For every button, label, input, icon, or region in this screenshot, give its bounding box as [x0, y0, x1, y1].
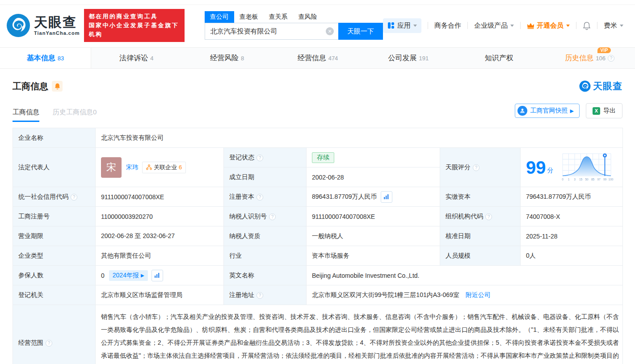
notifications-button[interactable]	[583, 21, 591, 30]
bell-icon	[583, 21, 591, 30]
subscribe-alert-button[interactable]	[52, 81, 63, 92]
table-row: 营业期限 2002-06-28 至 2032-06-27 纳税人资质 一般纳税人…	[13, 226, 623, 246]
help-icon[interactable]: ?	[257, 194, 263, 201]
annual-report-link[interactable]: 2024年报 ▶	[109, 270, 148, 281]
reg-no-value: 110000003920270	[96, 207, 224, 226]
nearby-companies-link[interactable]: 附近公司	[466, 291, 491, 298]
svg-text:50: 50	[585, 178, 589, 181]
tab-company-development[interactable]: 公司发展 191	[363, 48, 454, 68]
table-row: 统一社会信用代码? 9111000074007008XE 注册资本? 89643…	[13, 187, 623, 207]
status-badge: 存续	[312, 152, 334, 163]
tianyancha-watermark: 天眼查	[579, 80, 622, 92]
search-button[interactable]: 天眼一下	[338, 23, 383, 40]
search-tab-company[interactable]: 查公司	[205, 11, 234, 23]
tab-label: 法律诉讼	[119, 54, 148, 63]
clear-search-icon[interactable]: ✕	[326, 27, 334, 35]
tab-intellectual-property[interactable]: 知识产权	[454, 48, 544, 68]
tab-count: 474	[328, 55, 338, 62]
bell-icon	[55, 83, 60, 89]
top-divider	[0, 0, 635, 5]
tianyancha-logo-icon	[6, 13, 30, 38]
search-tab-risk[interactable]: 查风险	[293, 11, 323, 23]
chevron-down-icon	[510, 25, 514, 27]
subtab-business-info[interactable]: 工商信息	[13, 108, 39, 122]
related-companies-button[interactable]: 关联企业 6	[142, 162, 186, 173]
score-label: 天眼评分	[446, 163, 471, 171]
subtab-history-business-info[interactable]: 历史工商信息0	[53, 108, 97, 122]
tab-basic-info[interactable]: 基本信息 83	[0, 48, 91, 68]
score-unit: 分	[547, 167, 554, 175]
table-row: 登记机关 北京市顺义区市场监督管理局 注册地址? 北京市顺义区双河大街99号院1…	[13, 285, 623, 305]
network-icon	[146, 164, 152, 170]
help-icon[interactable]: ?	[257, 155, 263, 161]
promo-banner: 都在用的商业查询工具 国家中小企业发展子基金旗下机构	[84, 9, 184, 42]
tab-history-info[interactable]: VIP 历史信息 106 ?	[544, 48, 635, 68]
tax-id-label: 纳税人识别号	[229, 213, 267, 220]
help-icon[interactable]: ?	[71, 194, 77, 201]
legal-rep-cell: 宋 宋玮 关联企业 6	[96, 148, 224, 187]
company-type-value: 其他有限责任公司	[96, 246, 224, 266]
help-icon[interactable]: ?	[269, 213, 276, 220]
industry-label: 行业	[224, 246, 307, 266]
table-row: 经营范围? 销售汽车（含小轿车）；汽车及相关产业的投资及管理、投资咨询、技术开发…	[13, 305, 623, 364]
est-date-value: 2002-06-28	[307, 167, 440, 187]
nav-divider	[428, 22, 428, 29]
score-cell[interactable]: 99 分	[521, 148, 623, 187]
enterprise-menu[interactable]: 企业级产品	[474, 21, 514, 30]
search-tab-relation[interactable]: 查关系	[264, 11, 293, 23]
capital-trend-chart-button[interactable]	[381, 191, 392, 203]
help-icon[interactable]: ?	[608, 55, 614, 62]
arrow-right-icon: ▶	[570, 108, 574, 114]
apps-grid-icon	[387, 22, 395, 29]
legal-rep-label: 法定代表人	[13, 148, 96, 187]
tab-count: 191	[419, 55, 429, 62]
help-icon[interactable]: ?	[257, 292, 263, 299]
subtab-count: 0	[93, 108, 97, 116]
term-value: 2002-06-28 至 2032-06-27	[96, 226, 224, 246]
logo-text-cn: 天眼查	[34, 16, 80, 29]
insured-value: 0	[101, 272, 105, 279]
table-row: 企业名称 北京汽车投资有限公司	[13, 128, 623, 148]
company-type-label: 企业类型	[13, 246, 96, 266]
search-input[interactable]	[205, 23, 338, 40]
open-member-menu[interactable]: 开通会员	[527, 21, 570, 30]
stamp-icon	[517, 106, 527, 116]
tax-id-value: 9111000074007008XE	[307, 207, 440, 226]
official-snapshot-button[interactable]: 工商官网快照 ▶	[515, 104, 580, 118]
score-value: 99	[526, 159, 546, 176]
tab-business-info[interactable]: 经营信息 474	[273, 48, 363, 68]
annual-report-label: 2024年报	[113, 272, 139, 280]
apps-menu[interactable]: 应用	[383, 18, 421, 33]
search-tab-boss[interactable]: 查老板	[234, 11, 264, 23]
help-icon[interactable]: ?	[46, 340, 52, 347]
member-label: 开通会员	[537, 21, 564, 30]
insured-cell: 0 2024年报 ▶	[96, 266, 224, 285]
bar-chart-icon	[154, 272, 160, 278]
tianyancha-logo[interactable]: 天眼查 TianYanCha.com	[6, 13, 80, 38]
score-distribution-chart: 0 1 3 15 50 85 97 99 100	[560, 153, 617, 182]
svg-text:0: 0	[562, 178, 564, 181]
help-icon[interactable]: ?	[473, 164, 479, 171]
authority-label: 登记机关	[13, 285, 96, 305]
svg-text:99: 99	[603, 178, 606, 181]
insured-trend-chart-button[interactable]	[151, 270, 163, 281]
user-menu[interactable]: 费米	[604, 21, 623, 30]
tax-type-label: 纳税人资质	[224, 226, 307, 246]
en-name-value: Beijing Automobile Investment Co.,Ltd.	[307, 266, 623, 285]
export-button[interactable]: X 导出	[586, 103, 622, 118]
avatar[interactable]: 宋	[101, 157, 122, 178]
tab-count: 8	[241, 55, 244, 62]
cooperation-link[interactable]: 商务合作	[434, 21, 461, 30]
legal-rep-link[interactable]: 宋玮	[126, 163, 139, 172]
tab-count: 106	[596, 55, 606, 62]
section-title: 工商信息	[13, 80, 48, 92]
tab-operation-risk[interactable]: 经营风险 8	[182, 48, 273, 68]
approve-date-value: 2025-11-28	[521, 226, 623, 246]
logo-text-en: TianYanCha.com	[34, 30, 80, 36]
table-row: 工商注册号 110000003920270 纳税人识别号? 9111000074…	[13, 207, 623, 226]
nav-divider	[467, 22, 468, 29]
help-icon[interactable]: ?	[485, 213, 492, 220]
promo-line1: 都在用的商业查询工具	[88, 12, 180, 21]
tab-legal-proceedings[interactable]: 法律诉讼 4	[91, 48, 182, 68]
staff-size-label: 人员规模	[440, 246, 521, 266]
